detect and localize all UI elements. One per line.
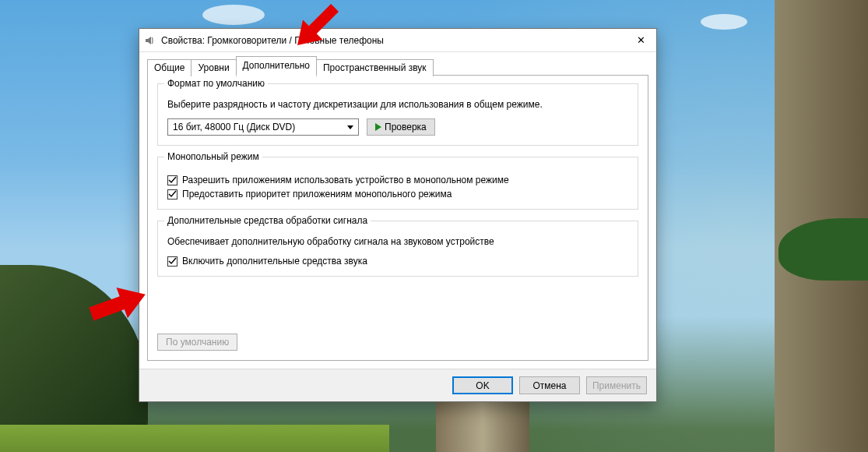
chevron-down-icon: [347, 125, 353, 129]
default-format-description: Выберите разрядность и частоту дискретиз…: [167, 98, 628, 111]
checkbox-allow-exclusive[interactable]: Разрешить приложениям использовать устро…: [167, 175, 628, 185]
tab-levels-label: Уровни: [198, 62, 229, 73]
apply-button-label: Применить: [592, 380, 641, 391]
checkbox-box: [167, 256, 177, 267]
window-title: Свойства: Громкоговорители / Головные те…: [161, 35, 625, 46]
svg-marker-0: [287, 0, 345, 55]
restore-defaults-label: По умолчанию: [166, 337, 229, 348]
tab-advanced-label: Дополнительно: [243, 60, 310, 71]
test-button-label: Проверка: [385, 122, 427, 132]
speaker-icon: [144, 34, 156, 47]
checkbox-box: [167, 175, 177, 185]
cancel-button-label: Отмена: [532, 380, 566, 391]
group-signal-enhancements: Дополнительные средства обработки сигнал…: [157, 221, 638, 277]
checkbox-box: [167, 189, 177, 200]
svg-marker-1: [86, 279, 151, 330]
cancel-button[interactable]: Отмена: [519, 376, 580, 394]
apply-button[interactable]: Применить: [586, 376, 647, 394]
tab-general-label: Общие: [154, 62, 184, 73]
default-format-select[interactable]: 16 бит, 48000 Гц (Диск DVD): [167, 118, 359, 136]
restore-defaults-button[interactable]: По умолчанию: [157, 334, 237, 351]
dialog-footer: OK Отмена Применить: [139, 369, 656, 401]
enhancements-description: Обеспечивает дополнительную обработку си…: [167, 235, 628, 248]
test-button[interactable]: Проверка: [367, 118, 435, 136]
tab-levels[interactable]: Уровни: [191, 59, 236, 76]
checkbox-allow-exclusive-label: Разрешить приложениям использовать устро…: [182, 175, 509, 185]
play-icon: [375, 123, 381, 131]
ok-button[interactable]: OK: [452, 376, 513, 394]
close-icon: ✕: [637, 35, 645, 45]
tab-advanced[interactable]: Дополнительно: [236, 56, 317, 76]
close-button[interactable]: ✕: [625, 29, 656, 52]
tabpage-advanced: Формат по умолчанию Выберите разрядность…: [147, 75, 648, 361]
annotation-arrow-left: [84, 273, 154, 335]
group-exclusive-mode-legend: Монопольный режим: [164, 151, 262, 162]
group-exclusive-mode: Монопольный режим Разрешить приложениям …: [157, 157, 638, 210]
tab-general[interactable]: Общие: [147, 59, 192, 76]
group-default-format: Формат по умолчанию Выберите разрядность…: [157, 83, 638, 146]
ok-button-label: OK: [476, 380, 489, 391]
checkbox-priority-exclusive[interactable]: Предоставить приоритет приложениям моноп…: [167, 189, 628, 200]
titlebar[interactable]: Свойства: Громкоговорители / Головные те…: [139, 29, 656, 52]
checkbox-priority-exclusive-label: Предоставить приоритет приложениям моноп…: [182, 189, 452, 200]
desktop-wallpaper: Свойства: Громкоговорители / Головные те…: [0, 0, 868, 452]
annotation-arrow-top: [285, 0, 347, 58]
default-format-selected: 16 бит, 48000 Гц (Диск DVD): [173, 122, 295, 132]
group-default-format-legend: Формат по умолчанию: [164, 78, 268, 89]
tabstrip: Общие Уровни Дополнительно Пространствен…: [147, 58, 648, 76]
checkbox-enable-enhancements-label: Включить дополнительные средства звука: [182, 256, 367, 267]
checkbox-enable-enhancements[interactable]: Включить дополнительные средства звука: [167, 256, 628, 267]
properties-dialog: Свойства: Громкоговорители / Головные те…: [139, 28, 657, 402]
group-signal-enhancements-legend: Дополнительные средства обработки сигнал…: [164, 215, 371, 226]
tab-spatial-label: Пространственный звук: [323, 62, 427, 73]
tab-spatial[interactable]: Пространственный звук: [316, 59, 434, 76]
